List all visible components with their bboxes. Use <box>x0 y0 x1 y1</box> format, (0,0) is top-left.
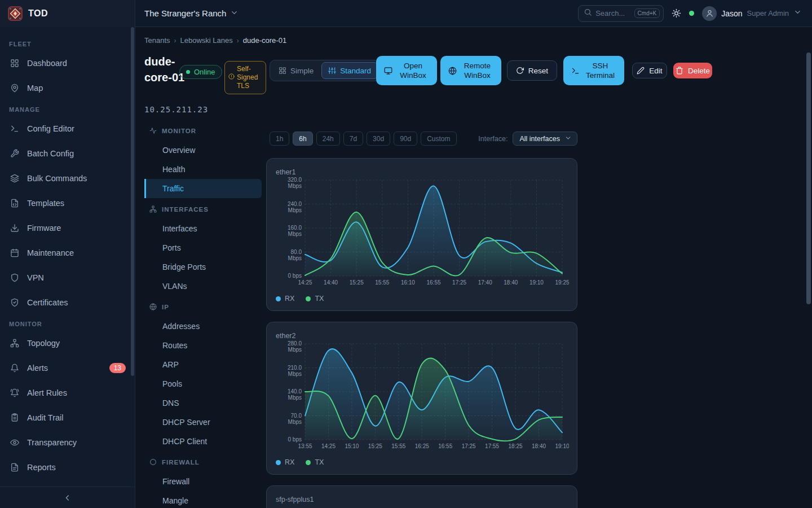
range-button-7d[interactable]: 7d <box>343 132 363 146</box>
svg-text:19:25: 19:25 <box>555 279 569 286</box>
sidebar-item-map[interactable]: Map <box>0 76 135 100</box>
open-winbox-button[interactable]: Open WinBox <box>376 56 437 85</box>
svg-text:0 bps: 0 bps <box>288 273 302 279</box>
bell-ring-icon <box>10 388 19 397</box>
sidebar-item-transparency[interactable]: Transparency <box>0 430 135 455</box>
sidebar-item-alert-rules[interactable]: Alert Rules <box>0 380 135 405</box>
device-ip: 10.25.211.23 <box>144 105 208 114</box>
svg-text:18:25: 18:25 <box>509 443 523 449</box>
sidebar-item-vpn[interactable]: VPN <box>0 265 135 290</box>
subnav-item-firewall[interactable]: Firewall <box>144 472 262 491</box>
chart-title: sfp-sfpplus1 <box>276 496 314 503</box>
view-toggle-simple[interactable]: Simple <box>272 62 320 79</box>
main-scrollbar-thumb[interactable] <box>806 52 811 304</box>
range-button-1h[interactable]: 1h <box>270 132 289 146</box>
sidebar-item-label: Firmware <box>27 224 61 233</box>
sidebar-item-firmware[interactable]: Firmware <box>0 216 135 240</box>
subnav-item-label: Overview <box>162 146 195 155</box>
svg-text:14:40: 14:40 <box>324 279 338 286</box>
subnav-item-overview[interactable]: Overview <box>144 141 262 160</box>
subnav-item-traffic[interactable]: Traffic <box>144 179 262 198</box>
subnav-item-vlans[interactable]: VLANs <box>144 277 262 296</box>
sidebar-item-maintenance[interactable]: Maintenance <box>0 240 135 265</box>
sidebar-section-label: MONITOR <box>0 315 135 331</box>
subnav-item-dhcp-server[interactable]: DHCP Server <box>144 413 262 432</box>
brand-name: TOD <box>28 8 48 19</box>
chevron-right-icon: › <box>174 37 176 45</box>
sidebar-item-label: Config Editor <box>27 124 74 133</box>
search-input[interactable] <box>595 9 630 17</box>
circle-icon <box>149 458 157 466</box>
theme-toggle-sun-icon[interactable] <box>672 8 681 18</box>
file-text-icon <box>10 463 19 472</box>
view-toggle-standard[interactable]: Standard <box>321 62 378 79</box>
delete-button[interactable]: Delete <box>673 63 712 78</box>
subnav-item-ports[interactable]: Ports <box>144 238 262 257</box>
subnav-item-label: Health <box>162 165 185 174</box>
subnav-item-routes[interactable]: Routes <box>144 336 262 355</box>
svg-text:Mbps: Mbps <box>288 395 302 401</box>
edit-button[interactable]: Edit <box>632 63 667 78</box>
user-name: Jason <box>721 9 742 18</box>
button-label: Reset <box>528 66 548 76</box>
breadcrumb-tenant-name[interactable]: Lebowski Lanes <box>180 36 233 45</box>
reset-button[interactable]: Reset <box>507 60 557 81</box>
sidebar-item-topology[interactable]: Topology <box>0 331 135 356</box>
traffic-chart-card-sfp-sfpplus1: sfp-sfpplus1 <box>266 485 577 508</box>
sidebar-collapse-button[interactable] <box>0 487 135 508</box>
svg-text:17:25: 17:25 <box>462 443 476 449</box>
search-icon <box>584 8 592 16</box>
range-button-30d[interactable]: 30d <box>367 132 390 146</box>
sidebar-item-batch-config[interactable]: Batch Config <box>0 141 135 166</box>
interface-select[interactable]: All interfaces <box>513 132 577 146</box>
bell-icon <box>10 364 19 373</box>
chart-plot: 280.0Mbps210.0Mbps140.0Mbps70.0Mbps0 bps… <box>276 339 569 451</box>
breadcrumb: Tenants › Lebowski Lanes › dude-core-01 <box>144 36 286 45</box>
subnav-item-mangle[interactable]: Mangle <box>144 491 262 508</box>
range-button-custom[interactable]: Custom <box>421 132 456 146</box>
sidebar-item-config-editor[interactable]: Config Editor <box>0 116 135 141</box>
subnav-item-bridge-ports[interactable]: Bridge Ports <box>144 257 262 277</box>
legend-label: TX <box>315 295 324 303</box>
range-button-6h[interactable]: 6h <box>293 132 312 146</box>
ssh-terminal-button[interactable]: SSH Terminal <box>563 56 624 85</box>
subnav-item-dhcp-client[interactable]: DHCP Client <box>144 432 262 451</box>
search-box[interactable]: Cmd+K <box>578 5 664 22</box>
sidebar-item-certificates[interactable]: Certificates <box>0 290 135 315</box>
user-icon <box>705 9 714 17</box>
range-button-90d[interactable]: 90d <box>394 132 417 146</box>
sidebar-item-templates[interactable]: Templates <box>0 191 135 216</box>
subnav-item-label: Bridge Ports <box>162 262 206 271</box>
sidebar-item-reports[interactable]: Reports <box>0 455 135 480</box>
globe-icon <box>448 67 457 75</box>
subnav-item-label: DHCP Client <box>162 437 207 446</box>
subnav-group-label: FIREWALL <box>162 459 200 466</box>
sidebar-item-label: Batch Config <box>27 149 74 158</box>
subnav-item-arp[interactable]: ARP <box>144 355 262 374</box>
svg-text:16:55: 16:55 <box>426 279 440 286</box>
tenant-selector[interactable]: The Stranger's Ranch <box>144 8 239 19</box>
sidebar-item-bulk-commands[interactable]: Bulk Commands <box>0 166 135 191</box>
network-icon <box>10 339 19 348</box>
sidebar-scrollbar-thumb[interactable] <box>131 27 134 376</box>
sidebar-item-audit-trail[interactable]: Audit Trail <box>0 405 135 430</box>
subnav-item-dns[interactable]: DNS <box>144 393 262 413</box>
subnav-item-addresses[interactable]: Addresses <box>144 317 262 336</box>
subnav-item-health[interactable]: Health <box>144 160 262 179</box>
sidebar-item-label: Transparency <box>27 438 77 447</box>
trash-icon <box>676 67 683 75</box>
button-label: SSH Terminal <box>584 61 617 80</box>
remote-winbox-button[interactable]: Remote WinBox <box>440 56 501 85</box>
svg-text:15:10: 15:10 <box>345 443 359 449</box>
range-button-24h[interactable]: 24h <box>316 132 340 146</box>
legend-label: RX <box>285 458 294 466</box>
grid-icon <box>279 67 286 75</box>
svg-text:14:25: 14:25 <box>298 279 312 286</box>
svg-text:160.0: 160.0 <box>288 225 302 231</box>
breadcrumb-tenants[interactable]: Tenants <box>144 36 170 45</box>
subnav-item-interfaces[interactable]: Interfaces <box>144 219 262 238</box>
sidebar-item-alerts[interactable]: Alerts13 <box>0 356 135 380</box>
sidebar-item-dashboard[interactable]: Dashboard <box>0 51 135 76</box>
subnav-item-pools[interactable]: Pools <box>144 374 262 393</box>
user-menu[interactable]: Jason Super Admin <box>702 6 802 21</box>
